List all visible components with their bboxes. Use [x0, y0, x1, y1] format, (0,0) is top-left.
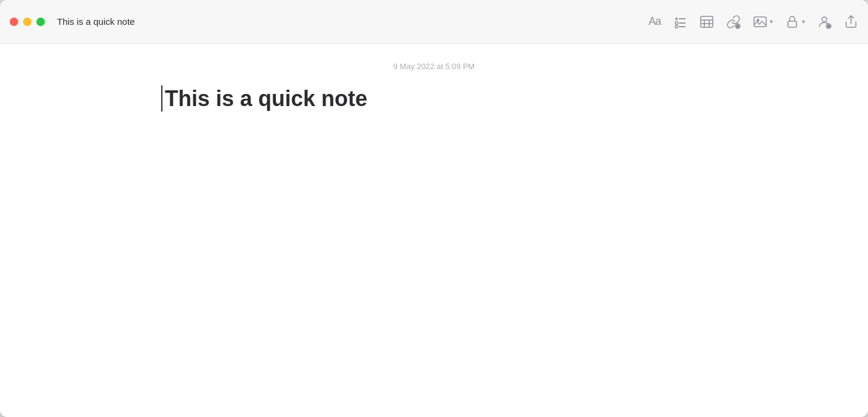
collaborate-icon: + — [817, 15, 832, 29]
window-title: This is a quick note — [57, 16, 649, 27]
link-icon: + — [726, 15, 741, 29]
titlebar: This is a quick note Aa — [0, 0, 868, 44]
note-timestamp: 9 May 2022 at 5:09 PM — [393, 62, 475, 71]
svg-text:+: + — [827, 24, 830, 29]
svg-rect-13 — [754, 17, 766, 27]
font-button[interactable]: Aa — [649, 15, 661, 28]
svg-rect-4 — [675, 25, 678, 28]
svg-point-16 — [822, 17, 827, 22]
close-button[interactable] — [10, 18, 18, 26]
lock-button[interactable]: ▾ — [785, 15, 805, 29]
table-icon — [699, 15, 714, 29]
svg-rect-15 — [788, 21, 796, 27]
table-button[interactable] — [699, 15, 714, 29]
toolbar: Aa — [649, 15, 858, 29]
traffic-lights — [10, 18, 45, 26]
media-button[interactable]: ▾ — [753, 15, 773, 29]
svg-point-14 — [757, 19, 759, 21]
collaborate-button[interactable]: + — [817, 15, 832, 29]
maximize-button[interactable] — [36, 18, 45, 26]
checklist-button[interactable] — [673, 15, 687, 29]
note-body[interactable]: This is a quick note — [161, 85, 707, 112]
media-icon — [753, 15, 767, 29]
app-window: This is a quick note Aa — [0, 0, 868, 417]
checklist-icon — [673, 15, 687, 29]
svg-rect-2 — [675, 22, 678, 24]
lock-icon — [785, 15, 800, 29]
font-icon: Aa — [649, 15, 661, 28]
media-dropdown-arrow: ▾ — [770, 18, 773, 25]
link-button[interactable]: + — [726, 15, 741, 29]
share-button[interactable] — [844, 15, 858, 29]
share-icon — [844, 15, 858, 29]
content-area: 9 May 2022 at 5:09 PM This is a quick no… — [0, 44, 868, 417]
svg-point-0 — [675, 18, 678, 20]
minimize-button[interactable] — [23, 18, 32, 26]
note-title[interactable]: This is a quick note — [161, 85, 707, 112]
svg-text:+: + — [736, 24, 739, 29]
svg-rect-6 — [701, 16, 713, 27]
lock-dropdown-arrow: ▾ — [802, 18, 805, 25]
